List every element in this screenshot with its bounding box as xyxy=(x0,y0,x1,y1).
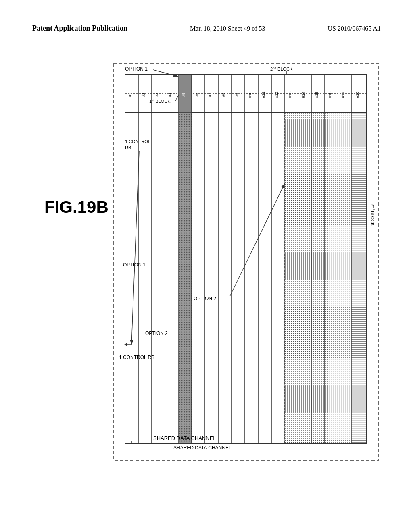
svg-text:#2: #2 xyxy=(142,93,146,97)
option2-label: OPTION 2 xyxy=(145,330,168,336)
svg-text:#1: #1 xyxy=(128,93,132,97)
svg-line-67 xyxy=(230,183,285,296)
svg-text:#10: #10 xyxy=(248,91,252,98)
figure-diagram: #1 #2 #3 #4 #5 #6 #7 #8 #9 xyxy=(113,62,379,461)
svg-text:RB: RB xyxy=(125,145,131,150)
svg-rect-46 xyxy=(205,113,218,443)
svg-text:#11: #11 xyxy=(261,91,265,98)
publication-title: Patent Application Publication xyxy=(32,24,127,33)
svg-text:#16: #16 xyxy=(328,91,332,98)
svg-text:1st BLOCK: 1st BLOCK xyxy=(149,98,171,104)
svg-rect-57 xyxy=(351,113,366,443)
svg-rect-51 xyxy=(271,113,285,443)
svg-rect-42 xyxy=(152,113,165,443)
option1-label: OPTION 1 xyxy=(123,262,146,268)
svg-line-63 xyxy=(153,70,178,77)
svg-text:#12: #12 xyxy=(275,91,279,98)
svg-text:#17: #17 xyxy=(341,91,345,98)
svg-rect-48 xyxy=(232,113,245,443)
svg-rect-40 xyxy=(125,113,138,443)
figure-label: FIG.19B xyxy=(44,197,108,217)
svg-text:#8: #8 xyxy=(221,93,225,97)
svg-rect-54 xyxy=(311,113,325,443)
svg-rect-43 xyxy=(165,113,178,443)
diagram-svg: #1 #2 #3 #4 #5 #6 #7 #8 #9 xyxy=(113,62,379,461)
svg-text:OPTION 2: OPTION 2 xyxy=(194,296,216,301)
svg-text:2nd BLOCK: 2nd BLOCK xyxy=(370,204,376,226)
shared-data-channel-label: SHARED DATA CHANNEL xyxy=(153,435,216,441)
page-header: Patent Application Publication Mar. 18, … xyxy=(0,24,413,33)
svg-text:OPTION 1: OPTION 1 xyxy=(125,66,148,72)
svg-rect-52 xyxy=(285,113,298,443)
svg-rect-45 xyxy=(192,113,205,443)
svg-text:#18: #18 xyxy=(355,91,359,98)
svg-text:#7: #7 xyxy=(208,93,212,97)
svg-text:2nd BLOCK: 2nd BLOCK xyxy=(270,66,293,72)
publication-date-sheet: Mar. 18, 2010 Sheet 49 of 53 xyxy=(190,25,265,32)
svg-text:#5: #5 xyxy=(181,93,186,97)
svg-line-72 xyxy=(131,151,139,345)
publication-number: US 2010/067465 A1 xyxy=(327,25,381,32)
svg-rect-53 xyxy=(298,113,311,443)
svg-rect-41 xyxy=(138,113,152,443)
svg-rect-49 xyxy=(245,113,258,443)
svg-rect-47 xyxy=(218,113,232,443)
svg-rect-56 xyxy=(338,113,351,443)
control-rb-label: 1 CONTROL RB xyxy=(119,355,154,361)
svg-text:SHARED DATA CHANNEL: SHARED DATA CHANNEL xyxy=(173,445,232,451)
svg-text:#6: #6 xyxy=(195,93,199,97)
svg-rect-44 xyxy=(178,113,192,443)
svg-text:#14: #14 xyxy=(301,91,305,98)
svg-text:#9: #9 xyxy=(235,93,239,97)
svg-text:1 CONTROL: 1 CONTROL xyxy=(125,139,150,144)
svg-rect-50 xyxy=(258,113,271,443)
svg-text:#3: #3 xyxy=(155,93,159,97)
svg-text:#4: #4 xyxy=(168,93,172,97)
svg-text:#13: #13 xyxy=(288,91,292,98)
svg-text:#15: #15 xyxy=(315,91,319,98)
svg-rect-55 xyxy=(325,113,338,443)
